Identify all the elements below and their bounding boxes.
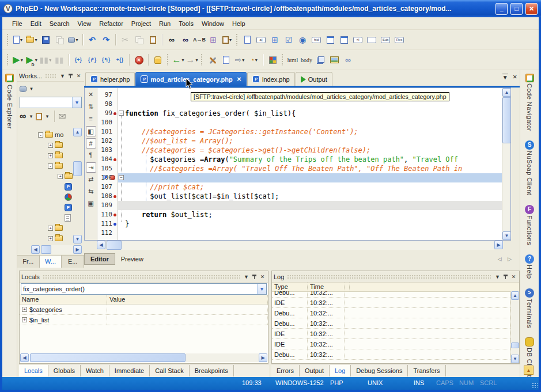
column-header-time[interactable]: Time [308,283,345,291]
tree-item[interactable]: P [58,203,72,212]
replace-button[interactable]: A→B [192,33,206,47]
locals-column-headers[interactable]: NameValue [20,295,268,305]
tab-code-explorer[interactable]: Code Explorer [6,85,13,129]
dock-tab-help[interactable]: ?Help [525,254,534,280]
forward-button[interactable]: →▾ [185,53,199,67]
menu-window[interactable]: Window [198,18,228,29]
undo-button[interactable]: ↶ [85,33,99,47]
unindent-icon[interactable]: ⇆ [86,187,96,197]
close-icon[interactable]: ✕ [510,274,517,280]
tree-horizontal-scrollbar[interactable]: ◀ ▶ [31,245,82,254]
form-reset-button[interactable]: Res [392,33,406,47]
expand-icon[interactable]: + [48,143,53,148]
tree-item[interactable]: + [48,223,63,233]
log-column-headers[interactable]: TypeTime [272,283,519,292]
chevron-down-icon[interactable]: ▾ [181,58,184,63]
tab-debug-sessions[interactable]: Debug Sessions [351,365,408,376]
log-row[interactable]: Debu...10:32:... [272,349,510,360]
collapse-icon[interactable]: - [48,163,53,169]
tree-vertical-scrollbar[interactable]: ▲ ▼ [73,128,82,243]
pilcrow-icon[interactable]: ¶ [86,150,96,161]
close-document-icon[interactable]: ✕ [513,74,517,81]
variable-row[interactable]: +$in_list [20,315,268,325]
menu-edit[interactable]: Edit [27,18,46,29]
menu-help[interactable]: Help [228,18,249,29]
open-file-button[interactable]: ▾ [25,33,39,47]
menu-tools[interactable]: Tools [175,18,198,29]
panel-menu-icon[interactable]: ▼ [494,274,501,280]
code-text[interactable]: function fix_categories_order( $in_list)… [125,88,502,240]
wrap-toggle-icon[interactable]: ⇥ [86,162,96,173]
tab-output[interactable]: Output [300,365,330,376]
step-into-button[interactable]: {+} [71,53,85,67]
palette-button[interactable] [266,53,279,67]
collapse-icon[interactable]: - [38,132,43,138]
expand-icon[interactable]: + [48,236,53,241]
menu-refactor[interactable]: Refactor [95,18,127,29]
tree-item[interactable]: + [58,172,73,181]
tab-watch[interactable]: Watch [81,365,109,376]
fold-collapse-icon[interactable]: − [119,111,124,116]
publish-button[interactable]: ▾ [66,33,80,47]
find-frame-button[interactable]: ⊞ [206,33,220,47]
new-file-button[interactable]: ▾ [11,33,25,47]
tree-item[interactable]: - [48,161,63,170]
form-password-button[interactable]: ×I [351,33,365,47]
find-next-button[interactable]: ∞ [179,33,192,47]
stop-button[interactable]: ✕ [132,53,146,67]
editor-horizontal-scrollbar[interactable]: ◀ ▶ [97,241,503,250]
tree-item[interactable]: + [48,140,63,150]
form-listbox-button[interactable] [337,33,351,47]
run-to-cursor-button[interactable]: +{} [113,53,127,67]
tab-log[interactable]: Log [330,365,351,376]
margin-toggle-icon[interactable]: ◧ [86,126,96,136]
menu-search[interactable]: Search [46,18,74,29]
expand-icon[interactable]: + [48,226,53,231]
tab-globals[interactable]: Globals [48,365,81,376]
project-db-icon[interactable] [20,86,27,92]
log-row[interactable]: IDE10:32:... [272,329,510,339]
form-radio-button[interactable]: ◉ [296,33,309,47]
close-tab-icon[interactable]: ✕ [237,76,241,82]
goto-icon[interactable]: ≡ [86,114,96,124]
tree-item[interactable]: -mo [38,130,63,139]
image-button[interactable] [327,53,341,67]
tree-item[interactable]: P [58,182,72,191]
pin-icon[interactable] [503,274,508,279]
close-icon[interactable]: ✕ [86,90,96,100]
column-header-name[interactable]: Name [20,295,107,304]
log-row[interactable]: Debu...10:32:... [272,291,510,298]
workspace-filter-combo[interactable]: ▾ [20,97,82,108]
tab-immediate[interactable]: Immediate [109,365,150,376]
log-row[interactable]: Debu...10:32:... [272,308,510,318]
maximize-button[interactable]: □ [510,3,523,15]
layers-button[interactable] [313,53,327,67]
find-button[interactable]: ∞ [165,33,179,47]
resize-grip[interactable] [532,382,538,388]
close-icon[interactable]: ✕ [259,274,266,280]
scope-combo[interactable]: fix_categories_order() ▾ [21,283,267,295]
panel-menu-icon[interactable]: ▼ [243,274,250,280]
column-header-value[interactable]: Value [107,295,268,304]
tab-locals[interactable]: Locals [19,365,48,376]
run-button[interactable]: ▶▾ [11,53,25,67]
deploy-button[interactable]: ⇨▾ [233,53,247,67]
editor-gutter[interactable]: 979899100101102103104105106➤107108109110… [97,88,118,240]
pin-icon[interactable] [68,73,73,78]
close-button[interactable]: ✕ [525,3,538,15]
log-row[interactable]: IDE10:32:... [272,298,510,308]
tree-item[interactable] [58,192,72,201]
dock-restore-icon[interactable]: ▲ [524,366,534,375]
highlight-button[interactable]: ◔▾ [247,53,260,67]
workspace-tab-w[interactable]: W... [40,256,62,268]
fold-collapse-icon[interactable]: − [119,175,124,180]
view-tab-editor[interactable]: Editor [84,253,115,265]
expand-icon[interactable]: + [22,307,27,312]
clipboard-icon[interactable] [36,113,42,120]
log-row[interactable]: IDE10:32:... [272,339,510,349]
chevron-down-icon[interactable]: ▾ [72,97,81,108]
indent-icon[interactable]: ⇄ [86,174,96,185]
back-button[interactable]: ←▾ [171,53,185,67]
menu-project[interactable]: Project [127,18,155,29]
form-textarea-button[interactable] [323,33,337,47]
